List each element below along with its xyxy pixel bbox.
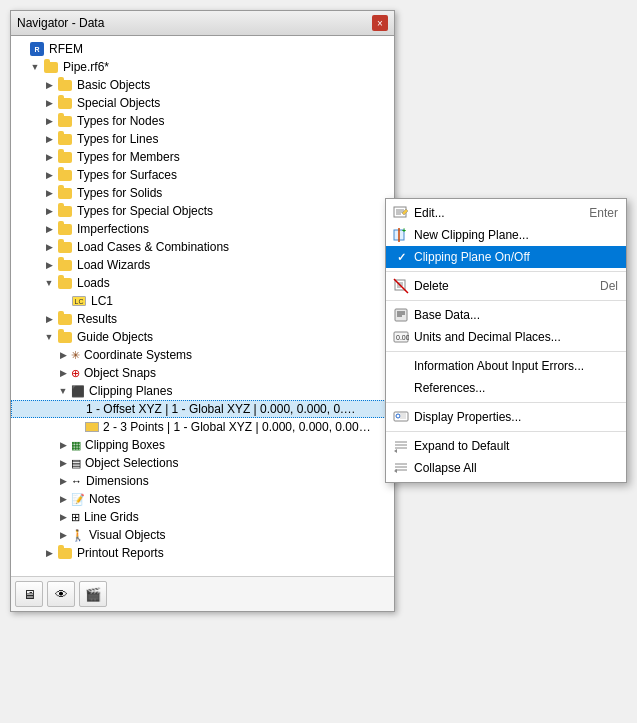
clipping-onoff-label: Clipping Plane On/Off [414, 250, 618, 264]
root-label: Pipe.rf6* [63, 60, 109, 74]
folder-icon-load-cases [57, 240, 73, 254]
tree-item-types-lines[interactable]: Types for Lines [11, 130, 394, 148]
edit-shortcut: Enter [589, 206, 618, 220]
arrow-line-grids [57, 511, 69, 523]
close-button[interactable]: × [372, 15, 388, 31]
expand-default-label: Expand to Default [414, 439, 618, 453]
tree-item-types-members[interactable]: Types for Members [11, 148, 394, 166]
window-title: Navigator - Data [17, 16, 104, 30]
expand-default-icon [392, 437, 410, 455]
tree-item-coord-systems[interactable]: ✳ Coordinate Systems [11, 346, 394, 364]
arrow-visual [57, 529, 69, 541]
snap-icon: ⊕ [71, 367, 80, 380]
clip-icon: ⬛ [71, 385, 85, 398]
base-data-label: Base Data... [414, 308, 618, 322]
arrow-lc1 [57, 295, 69, 307]
svg-marker-27 [394, 449, 397, 453]
linegrid-icon: ⊞ [71, 511, 80, 524]
clipping-boxes-label: Clipping Boxes [85, 438, 165, 452]
tree-item-dimensions[interactable]: ↔ Dimensions [11, 472, 394, 490]
menu-item-expand-default[interactable]: Expand to Default [386, 435, 626, 457]
toolbar-btn-record[interactable]: 🎬 [79, 581, 107, 607]
menu-item-new-clipping[interactable]: + New Clipping Plane... [386, 224, 626, 246]
tree-item-imperfections[interactable]: Imperfections [11, 220, 394, 238]
guide-objects-label: Guide Objects [77, 330, 153, 344]
tree-item-load-wizards[interactable]: Load Wizards [11, 256, 394, 274]
tree-item-clipping-planes[interactable]: ⬛ Clipping Planes [11, 382, 394, 400]
tree-item-lc1[interactable]: LC LC1 [11, 292, 394, 310]
folder-icon-special [57, 96, 73, 110]
menu-item-edit[interactable]: Edit... Enter [386, 202, 626, 224]
folder-icon-guide [57, 330, 73, 344]
menu-item-units[interactable]: 0.00 Units and Decimal Places... [386, 326, 626, 348]
new-clip-icon: + [392, 226, 410, 244]
object-snaps-label: Object Snaps [84, 366, 156, 380]
clip2-icon [85, 422, 99, 432]
units-icon: 0.00 [392, 328, 410, 346]
tree-item-types-solids[interactable]: Types for Solids [11, 184, 394, 202]
coord-systems-label: Coordinate Systems [84, 348, 192, 362]
arrow-root [29, 61, 41, 73]
tree-item-types-nodes[interactable]: Types for Nodes [11, 112, 394, 130]
menu-item-display-props[interactable]: Display Properties... [386, 406, 626, 428]
menu-item-collapse-all[interactable]: Collapse All [386, 457, 626, 479]
folder-icon-imperfections [57, 222, 73, 236]
arrow-loads [43, 277, 55, 289]
arrow-basic [43, 79, 55, 91]
display-props-icon [392, 408, 410, 426]
folder-icon-types-surfaces [57, 168, 73, 182]
tree-item-object-selections[interactable]: ▤ Object Selections [11, 454, 394, 472]
bottom-toolbar: 🖥 👁 🎬 [11, 576, 394, 611]
arrow-special [43, 97, 55, 109]
menu-item-references[interactable]: References... [386, 377, 626, 399]
coord-icon: ✳ [71, 349, 80, 362]
tree-item-clip1[interactable]: 1 - Offset XYZ | 1 - Global XYZ | 0.000,… [11, 400, 394, 418]
tree-item-special-objects[interactable]: Special Objects [11, 94, 394, 112]
types-solids-label: Types for Solids [77, 186, 162, 200]
toolbar-btn-view[interactable]: 👁 [47, 581, 75, 607]
arrow-dimensions [57, 475, 69, 487]
info-errors-label: Information About Input Errors... [414, 359, 618, 373]
tree-item-line-grids[interactable]: ⊞ Line Grids [11, 508, 394, 526]
rfem-icon: R [29, 42, 45, 56]
tree-item-guide-objects[interactable]: Guide Objects [11, 328, 394, 346]
menu-item-info-errors[interactable]: Information About Input Errors... [386, 355, 626, 377]
collapse-all-label: Collapse All [414, 461, 618, 475]
title-bar: Navigator - Data × [11, 11, 394, 36]
tree-item-root[interactable]: Pipe.rf6* [11, 58, 394, 76]
navigator-window: Navigator - Data × R RFEM Pipe.rf6* Basi… [10, 10, 395, 612]
tree-item-loads[interactable]: Loads [11, 274, 394, 292]
tree-item-types-special[interactable]: Types for Special Objects [11, 202, 394, 220]
menu-item-delete[interactable]: Delete Del [386, 275, 626, 297]
printout-reports-label: Printout Reports [77, 546, 164, 560]
tree-item-clipping-boxes[interactable]: ▦ Clipping Boxes [11, 436, 394, 454]
tree-item-results[interactable]: Results [11, 310, 394, 328]
tree-item-rfem[interactable]: R RFEM [11, 40, 394, 58]
tree-item-load-cases[interactable]: Load Cases & Combinations [11, 238, 394, 256]
visual-icon: 🚶 [71, 529, 85, 542]
arrow-load-wizards [43, 259, 55, 271]
types-surfaces-label: Types for Surfaces [77, 168, 177, 182]
notes-label: Notes [89, 492, 120, 506]
tree-item-notes[interactable]: 📝 Notes [11, 490, 394, 508]
load-wizards-label: Load Wizards [77, 258, 150, 272]
tree-item-types-surfaces[interactable]: Types for Surfaces [11, 166, 394, 184]
tree-item-object-snaps[interactable]: ⊕ Object Snaps [11, 364, 394, 382]
tree-item-visual-objects[interactable]: 🚶 Visual Objects [11, 526, 394, 544]
tree-item-basic-objects[interactable]: Basic Objects [11, 76, 394, 94]
menu-item-base-data[interactable]: Base Data... [386, 304, 626, 326]
references-label: References... [414, 381, 618, 395]
arrow-clip2 [71, 421, 83, 433]
clip-boxes-icon: ▦ [71, 439, 81, 452]
toolbar-btn-display[interactable]: 🖥 [15, 581, 43, 607]
tree-item-clip2[interactable]: 2 - 3 Points | 1 - Global XYZ | 0.000, 0… [11, 418, 394, 436]
arrow-load-cases [43, 241, 55, 253]
tree-item-printout-reports[interactable]: Printout Reports [11, 544, 394, 562]
info-errors-icon [392, 357, 410, 375]
menu-item-clipping-onoff[interactable]: ✓ Clipping Plane On/Off [386, 246, 626, 268]
base-data-icon [392, 306, 410, 324]
arrow-clipping [57, 385, 69, 397]
types-special-label: Types for Special Objects [77, 204, 213, 218]
arrow-results [43, 313, 55, 325]
arrow-clip-boxes [57, 439, 69, 451]
